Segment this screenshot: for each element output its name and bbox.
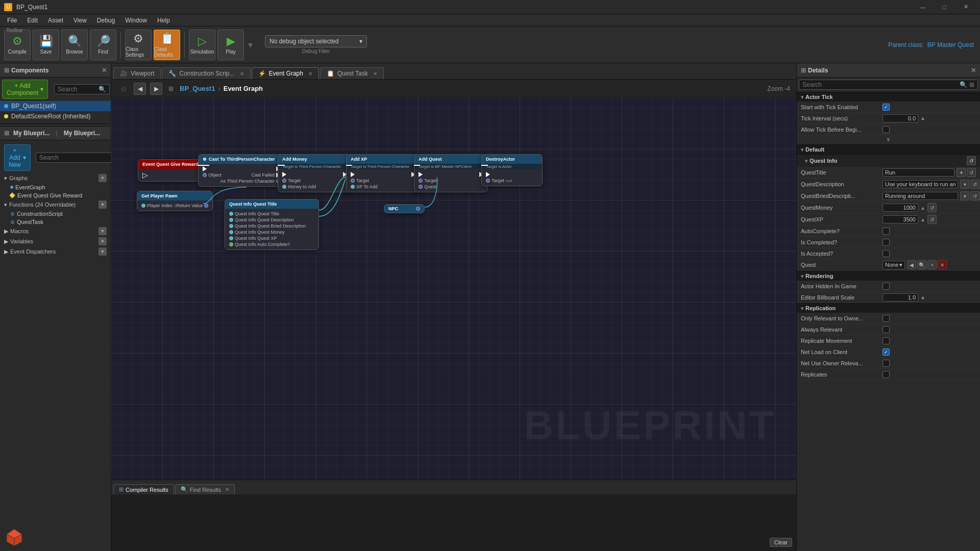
section-collapse-arrow[interactable]: ▼ — [797, 135, 980, 144]
close-button[interactable]: ✕ — [955, 0, 976, 14]
dispatchers-add-button[interactable]: + — [99, 247, 107, 256]
compile-button[interactable]: ⚙ Compile — [4, 30, 31, 60]
simulation-button[interactable]: ▷ Simulation — [189, 30, 215, 60]
components-search-input[interactable] — [58, 86, 99, 93]
construction-tab-close[interactable]: ✕ — [240, 71, 244, 77]
graph-canvas[interactable]: BLUEPRINT Event Quest Give Reward ▷ ⊕ Ca… — [111, 98, 796, 480]
net-use-owner-checkbox[interactable] — [883, 360, 890, 367]
net-load-checkbox[interactable] — [883, 348, 890, 356]
details-search-input[interactable] — [802, 81, 960, 88]
components-close[interactable]: ✕ — [102, 67, 107, 74]
bp-item-quest-task[interactable]: ⚙ QuestTask — [0, 218, 111, 226]
quest-title-dropdown-btn[interactable]: ▾ — [957, 168, 966, 177]
node-add-quest[interactable]: Add Quest Target is BP Master NPClient T… — [414, 154, 488, 192]
functions-add-button[interactable]: + — [99, 201, 107, 209]
quest-search-btn[interactable]: 🔍 — [917, 260, 926, 269]
find-tab-close[interactable]: ✕ — [225, 487, 229, 492]
graphs-add-button[interactable]: + — [99, 174, 107, 182]
parent-class-value[interactable]: BP Master Quest — [927, 41, 974, 48]
bp-section-graphs[interactable]: ▾ Graphs + — [0, 173, 111, 183]
add-component-button[interactable]: + Add Component ▾ — [2, 80, 48, 99]
find-button[interactable]: 🔎 Find — [90, 30, 116, 60]
favorite-button[interactable]: ☆ — [117, 83, 130, 95]
menu-window[interactable]: Window — [120, 16, 152, 25]
details-close[interactable]: ✕ — [971, 67, 976, 74]
node-cast-third-person[interactable]: ⊕ Cast To ThirdPersonCharacter — [198, 154, 285, 187]
start-tick-checkbox[interactable] — [883, 104, 890, 111]
replicate-movement-checkbox[interactable] — [883, 337, 890, 344]
details-grid-icon[interactable]: ⊞ — [969, 81, 974, 88]
bp-section-functions[interactable]: ▾ Functions (24 Overridable) + — [0, 199, 111, 210]
play-dropdown-arrow[interactable]: ▾ — [246, 39, 255, 51]
tab-construction-script[interactable]: 🔧 Construction Scrip... ✕ — [162, 67, 250, 79]
section-default[interactable]: ▾ Default — [797, 144, 980, 154]
node-add-xp[interactable]: Add XP Target is Third Person Character … — [346, 154, 420, 192]
is-completed-checkbox[interactable] — [883, 239, 890, 246]
billboard-scale-spin[interactable]: ▲ — [920, 294, 925, 300]
menu-file[interactable]: File — [2, 16, 22, 25]
quest-money-input[interactable] — [883, 204, 918, 212]
quest-nav-back-btn[interactable]: ◀ — [907, 260, 916, 269]
tick-interval-spin-up[interactable]: ▲ — [920, 115, 925, 121]
quest-xp-spin[interactable]: ▲ — [920, 217, 925, 222]
bottom-tab-compiler[interactable]: ⊞ Compiler Results — [113, 484, 174, 494]
auto-complete-checkbox[interactable] — [883, 228, 890, 235]
my-bp-tab2[interactable]: My Bluepri... — [64, 130, 100, 137]
actor-hidden-checkbox[interactable] — [883, 283, 890, 290]
tab-event-graph[interactable]: ⚡ Event Graph ✕ — [252, 67, 319, 79]
event-graph-tab-close[interactable]: ✕ — [308, 71, 312, 77]
tab-quest-task[interactable]: 📋 Quest Task ✕ — [320, 67, 384, 79]
node-npc[interactable]: NPC — [384, 204, 425, 213]
node-destroy-actor[interactable]: DestroyActor Target is Actor Target self — [481, 154, 543, 186]
quest-clear-btn[interactable]: ✕ — [938, 260, 947, 269]
quest-money-reset-btn[interactable]: ↺ — [927, 203, 937, 212]
quest-add-btn[interactable]: + — [927, 260, 937, 269]
node-get-player-pawn[interactable]: Get Player Pawn Player Index 0 Return Va… — [137, 191, 213, 211]
quest-none-dropdown[interactable]: None ▾ — [883, 261, 905, 269]
node-add-money[interactable]: Add Money Target is Third Person Charact… — [278, 154, 352, 192]
menu-debug[interactable]: Debug — [92, 16, 120, 25]
add-new-button[interactable]: + Add New ▾ — [4, 144, 31, 171]
debug-object-dropdown[interactable]: No debug object selected ▾ — [265, 35, 367, 47]
quest-info-reset-btn[interactable]: ↺ — [967, 156, 976, 165]
section-replication[interactable]: ▾ Replication — [797, 303, 980, 313]
always-relevant-checkbox[interactable] — [883, 326, 890, 333]
browse-button[interactable]: 🔍 Browse — [61, 30, 88, 60]
breadcrumb-root[interactable]: BP_Quest1 — [180, 85, 215, 92]
variables-add-button[interactable]: + — [99, 237, 107, 245]
class-defaults-button[interactable]: 📋 Class Defaults — [154, 30, 180, 60]
section-quest-info[interactable]: ▾ Quest Info ↺ — [797, 154, 980, 167]
bp-item-construction-script[interactable]: ⚙ ConstructionScript — [0, 210, 111, 218]
class-settings-button[interactable]: ⚙ Class Settings — [125, 30, 152, 60]
minimize-button[interactable]: — — [913, 0, 933, 14]
quest-desc-input[interactable] — [883, 180, 958, 188]
menu-asset[interactable]: Asset — [43, 16, 68, 25]
quest-xp-input[interactable] — [883, 215, 918, 223]
bp-section-variables[interactable]: ▶ Variables + — [0, 236, 111, 246]
replicates-checkbox[interactable] — [883, 371, 890, 378]
quest-title-reset-btn[interactable]: ↺ — [967, 168, 976, 177]
billboard-scale-input[interactable] — [883, 293, 918, 302]
quest-money-spin[interactable]: ▲ — [920, 205, 925, 211]
component-default-scene-root[interactable]: DefaultSceneRoot (Inherited) — [0, 111, 111, 121]
quest-desc-dropdown-btn[interactable]: ▾ — [960, 180, 969, 189]
nav-forward-button[interactable]: ▶ — [150, 83, 162, 95]
menu-view[interactable]: View — [68, 16, 92, 25]
quest-bried-reset-btn[interactable]: ↺ — [970, 191, 979, 201]
my-bp-tab1[interactable]: My Bluepri... — [13, 130, 50, 137]
only-relevant-checkbox[interactable] — [883, 315, 890, 322]
node-quest-info[interactable]: Quest Info Quest Title Quest Info Quest … — [225, 199, 319, 250]
menu-edit[interactable]: Edit — [22, 16, 43, 25]
quest-bried-dropdown-btn[interactable]: ▾ — [960, 191, 969, 201]
save-button[interactable]: 💾 Save — [33, 30, 59, 60]
menu-help[interactable]: Help — [152, 16, 175, 25]
my-bp-search-input[interactable] — [39, 154, 116, 161]
tick-interval-input[interactable] — [883, 114, 918, 122]
is-accepted-checkbox[interactable] — [883, 250, 890, 257]
bp-item-event-quest-give-reward[interactable]: Event Quest Give Reward — [0, 191, 111, 199]
section-rendering[interactable]: ▾ Rendering — [797, 271, 980, 281]
quest-task-tab-close[interactable]: ✕ — [373, 71, 377, 77]
section-actor-tick[interactable]: ▾ Actor Tick — [797, 92, 980, 102]
bp-item-eventgraph[interactable]: EventGraph — [0, 183, 111, 191]
bottom-tab-find[interactable]: 🔍 Find Results ✕ — [175, 484, 235, 494]
